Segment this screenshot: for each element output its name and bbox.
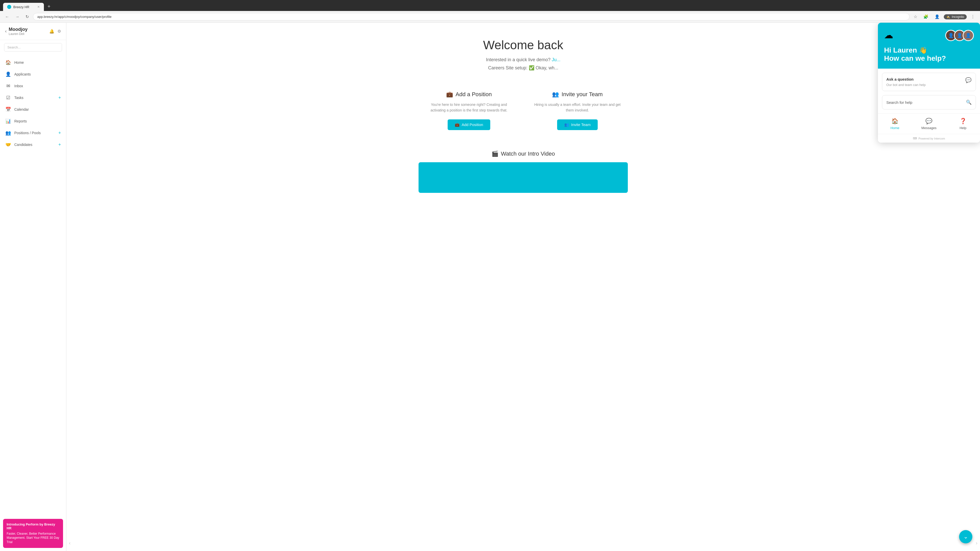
settings-icon[interactable]: ⚙ [57, 29, 61, 34]
careers-text: Careers Site setup: ✅ Okay, wh... [418, 65, 628, 71]
sidebar-item-applicants[interactable]: 👤 Applicants [0, 68, 66, 80]
add-position-btn-label: Add Position [462, 122, 483, 127]
invite-team-btn-label: Invite Team [571, 122, 590, 127]
sidebar-item-home[interactable]: 🏠 Home [0, 57, 66, 68]
demo-link[interactable]: Ju... [552, 57, 560, 62]
wave-emoji: 👋 [919, 46, 927, 54]
incognito-label: Incognito [952, 15, 964, 19]
sidebar-nav: 🏠 Home 👤 Applicants ✉ Inbox ☑ Tasks + 📅 … [0, 55, 66, 516]
sidebar-search [0, 40, 66, 55]
active-tab[interactable]: Breezy HR ✕ [3, 3, 44, 11]
add-position-desc: You're here to hire someone right? Creat… [424, 102, 514, 113]
promo-title: Introducing Perform by Breezy HR [6, 522, 59, 530]
new-tab-button[interactable]: + [45, 2, 53, 11]
company-name: Moodjoy [9, 27, 27, 32]
invite-team-card: 👥 Invite your Team Hiring is usually a t… [527, 83, 628, 138]
powered-by: ⌨ Powered by Intercom [878, 134, 980, 143]
candidates-icon: 🤝 [5, 142, 11, 148]
demo-text: Interested in a quick live demo? Ju... [418, 57, 628, 62]
calendar-icon: 📅 [5, 106, 11, 112]
sidebar-item-candidates[interactable]: 🤝 Candidates + [0, 139, 66, 151]
careers-text-before: Careers Site setup: [488, 65, 528, 70]
address-bar[interactable]: app.breezy.hr/app/c/moodjoy/company/user… [33, 13, 910, 21]
sidebar-item-tasks[interactable]: ☑ Tasks + [0, 92, 66, 103]
cloud-icon: ☁ [884, 30, 893, 41]
sidebar-back-button[interactable]: ‹ [5, 29, 6, 34]
extensions-button[interactable]: 🧩 [921, 13, 931, 20]
url-text: app.breezy.hr/app/c/moodjoy/company/user… [37, 15, 111, 19]
careers-check-icon: ✅ [529, 65, 536, 70]
sidebar-item-calendar[interactable]: 📅 Calendar [0, 103, 66, 115]
sidebar-header: ‹ Moodjoy Lauren Deli 🔔 ⚙ [0, 23, 66, 40]
applicants-icon: 👤 [5, 71, 11, 77]
profile-button[interactable]: 👤 [932, 13, 942, 20]
invite-team-button[interactable]: 👥 Invite Team [557, 119, 598, 130]
avatar-3: 👤 [963, 30, 974, 41]
demo-text-before: Interested in a quick live demo? [486, 57, 550, 62]
main-inner: Welcome back Interested in a quick live … [408, 23, 638, 203]
ask-question-icon: 💬 [965, 77, 972, 83]
inbox-icon: ✉ [5, 83, 11, 89]
widget-help-subtext: How can we help? [884, 54, 974, 62]
sidebar-item-positions-pools[interactable]: 👥 Positions / Pools + [0, 127, 66, 139]
add-position-button[interactable]: 💼 Add Position [448, 119, 490, 130]
team-icon: 👥 [552, 91, 559, 98]
scroll-left-arrow[interactable]: ‹ [69, 540, 71, 546]
widget-messages-button[interactable]: 💬 Messages [912, 114, 946, 134]
candidates-add-icon[interactable]: + [58, 142, 61, 148]
browser-chrome: Breezy HR ✕ + [0, 0, 980, 11]
action-cards: 💼 Add a Position You're here to hire som… [418, 83, 628, 138]
tasks-add-icon[interactable]: + [58, 95, 61, 100]
widget-help-icon: ❓ [959, 118, 966, 124]
home-icon: 🏠 [5, 60, 11, 65]
widget-messages-icon: 💬 [925, 118, 932, 124]
briefcase-icon: 💼 [446, 91, 453, 98]
bookmark-button[interactable]: ☆ [912, 13, 919, 20]
sidebar-item-reports[interactable]: 📊 Reports [0, 115, 66, 127]
reports-icon: 📊 [5, 118, 11, 124]
sidebar-item-inbox[interactable]: ✉ Inbox [0, 80, 66, 92]
invite-team-title: 👥 Invite your Team [532, 91, 623, 98]
sidebar-item-label: Reports [14, 119, 61, 123]
reload-button[interactable]: ↻ [24, 13, 31, 20]
widget-header-top: ☁ 👤 👤 👤 [884, 30, 974, 41]
search-help-box[interactable]: Search for help 🔍 [882, 95, 976, 110]
video-placeholder[interactable] [418, 162, 628, 193]
positions-add-icon[interactable]: + [58, 130, 61, 136]
ask-question-box[interactable]: Ask a question Our bot and team can help… [882, 73, 976, 91]
notification-bell-icon[interactable]: 🔔 [49, 29, 54, 34]
intercom-icon: ⌨ [913, 137, 917, 140]
ask-question-desc: Our bot and team can help [886, 83, 926, 87]
sidebar-icons: 🔔 ⚙ [49, 29, 61, 34]
sidebar-brand: ‹ Moodjoy Lauren Deli [5, 27, 27, 36]
menu-button[interactable]: ⋮ [969, 13, 977, 20]
video-title: 🎬 Watch our Intro Video [418, 151, 628, 157]
back-button[interactable]: ← [3, 14, 11, 20]
widget-body: Ask a question Our bot and team can help… [878, 73, 980, 143]
promo-description: Faster, Cleaner, Better Performance Mana… [6, 532, 59, 545]
add-position-btn-icon: 💼 [455, 122, 460, 127]
sidebar-promo[interactable]: Introducing Perform by Breezy HR Faster,… [3, 519, 63, 548]
add-position-title: 💼 Add a Position [424, 91, 514, 98]
sidebar-item-label: Home [14, 60, 61, 65]
sidebar-item-label: Candidates [14, 143, 55, 147]
tab-title: Breezy HR [13, 5, 29, 9]
powered-by-text: Powered by Intercom [918, 137, 945, 140]
widget-help-button[interactable]: ❓ Help [946, 114, 980, 134]
search-input[interactable] [4, 43, 62, 52]
nav-right-controls: ☆ 🧩 👤 🕵 Incognito ⋮ [912, 13, 977, 20]
widget-home-button[interactable]: 🏠 Home [878, 114, 912, 134]
brand-info: Moodjoy Lauren Deli [9, 27, 27, 36]
invite-team-btn-icon: 👥 [564, 122, 569, 127]
fab-icon: ⌄ [963, 534, 968, 540]
fab-button[interactable]: ⌄ [959, 530, 972, 543]
browser-nav-bar: ← → ↻ app.breezy.hr/app/c/moodjoy/compan… [0, 11, 980, 23]
forward-button[interactable]: → [13, 14, 21, 20]
scroll-right-arrow[interactable]: › [976, 540, 977, 546]
widget-header: ☁ 👤 👤 👤 Hi Lauren 👋 How can we help? [878, 23, 980, 68]
tab-close-button[interactable]: ✕ [37, 5, 40, 9]
widget-home-icon: 🏠 [891, 118, 898, 124]
tasks-icon: ☑ [5, 95, 11, 100]
invite-team-desc: Hiring is usually a team effort. Invite … [532, 102, 623, 113]
widget-footer: 🏠 Home 💬 Messages ❓ Help [878, 114, 980, 134]
